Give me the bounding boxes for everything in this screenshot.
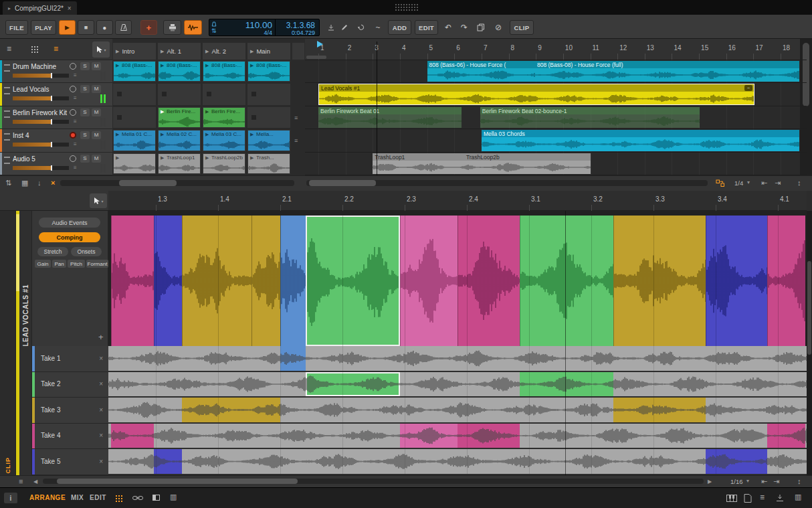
comp-segment[interactable] (111, 216, 154, 346)
piano-icon[interactable] (726, 495, 737, 502)
scroll-right-icon[interactable]: ▶ (708, 479, 712, 485)
solo-button[interactable]: S (80, 131, 90, 139)
scroll-left-icon[interactable]: ◀ (33, 479, 37, 485)
undo-button[interactable]: ↶ (441, 20, 455, 35)
time-value[interactable]: 0:04.729 (292, 29, 315, 36)
grid-dots-icon[interactable] (31, 46, 39, 53)
auto-scroll-icon[interactable]: ↓ (37, 179, 41, 187)
launcher-clip[interactable]: ▶TrashLoop2b (203, 154, 245, 173)
clip-slot[interactable]: ▶Mella 02 C... (157, 129, 201, 152)
onsets-button[interactable]: Onsets (71, 247, 102, 256)
mute-button[interactable]: M (92, 108, 101, 116)
solo-button[interactable]: S (80, 62, 90, 70)
take-lanes-icon[interactable]: ≡ (19, 477, 23, 485)
stop-button[interactable] (207, 92, 211, 96)
time-signature[interactable]: 4/4 (264, 29, 272, 36)
remove-take-button[interactable]: × (99, 432, 103, 439)
stretch-button[interactable]: Stretch (37, 247, 68, 256)
pitch-button[interactable]: Pitch (68, 260, 85, 268)
launcher-clip[interactable]: ▶Mella... (248, 131, 290, 151)
header-hscrollbar-handle[interactable] (119, 180, 177, 186)
scene-header[interactable]: ▶Alt. 1 (157, 42, 201, 60)
editor-zoom-label[interactable]: 1/16 (730, 478, 743, 485)
arranger-clip[interactable]: 808 (Bass-06) - House Force ( (427, 61, 535, 82)
pencil-tool-button[interactable] (338, 20, 350, 35)
panel-toggle-icon[interactable] (153, 495, 160, 501)
download-icon[interactable] (776, 494, 784, 502)
groove-button[interactable]: ~ (372, 20, 384, 35)
meter-bars-icon[interactable]: ▥ (795, 493, 801, 501)
mute-button[interactable]: M (92, 85, 101, 93)
snap-grid-icon[interactable]: ▦ (21, 179, 28, 187)
clip-slot[interactable]: ▶808 (Bass-... (247, 60, 291, 82)
arranger-clip[interactable]: TrashLoop1 (373, 153, 464, 174)
record-button[interactable]: ● (96, 20, 113, 35)
take-header[interactable]: Take 3× (32, 398, 108, 424)
volume-slider[interactable] (13, 143, 69, 147)
stop-button[interactable] (162, 92, 167, 96)
redo-button[interactable]: ↷ (458, 20, 471, 35)
track-header[interactable]: Inst 4SM≡ (0, 129, 112, 153)
record-arm-button[interactable] (70, 155, 76, 162)
launcher-clip[interactable]: ▶Berlin Fire... (159, 108, 200, 127)
volume-handle[interactable] (51, 73, 52, 78)
track-menu-icon[interactable]: ≡ (74, 95, 77, 102)
gain-button[interactable]: Gain (35, 260, 51, 268)
edit-button[interactable]: EDIT (415, 20, 438, 35)
loop-button[interactable] (353, 20, 369, 35)
launcher-clip[interactable]: ▶Mella 01 C... (114, 131, 155, 151)
volume-slider[interactable] (13, 166, 69, 170)
clip-slot[interactable]: ▶Mella... (247, 129, 291, 152)
launcher-clip[interactable]: ▶808 (Bass-... (114, 62, 155, 81)
launcher-clip[interactable]: ▶Mella 03 C... (203, 131, 245, 151)
record-arm-button[interactable] (70, 63, 76, 70)
launcher-clip[interactable]: ▶808 (Bass-... (203, 62, 245, 81)
clip-slot[interactable] (157, 83, 201, 106)
audio-events-button[interactable]: Audio Events (39, 218, 100, 228)
clip-slot[interactable]: ▶TrashLoop1 (157, 153, 201, 175)
launcher-clip[interactable]: ▶Mella 02 C... (159, 131, 200, 151)
add-button[interactable]: ADD (388, 20, 411, 35)
arranger-clip[interactable]: TrashLoop2b (464, 153, 591, 174)
clip-slot[interactable]: ▶808 (Bass-... (202, 60, 246, 82)
mute-button[interactable]: M (92, 155, 101, 163)
clip-button[interactable]: CLIP (510, 20, 534, 35)
take-lane[interactable] (108, 346, 807, 372)
clip-slot[interactable] (247, 83, 291, 106)
project-tab[interactable]: ▸ CompingGUI22* × (3, 1, 77, 15)
volume-handle[interactable] (51, 119, 52, 124)
clip-slot[interactable]: ▶808 (Bass-... (112, 60, 157, 82)
track-menu-icon[interactable]: ≡ (74, 165, 77, 171)
dub-button[interactable] (163, 20, 181, 35)
comp-segment[interactable] (767, 216, 805, 346)
arranger-clip[interactable]: Berlin Firework Beat 02-bounce-1 (480, 107, 700, 128)
clip-slot[interactable] (112, 106, 157, 129)
solo-button[interactable]: S (80, 108, 90, 116)
comp-segment[interactable] (400, 216, 458, 346)
zoom-fit-right-icon[interactable]: ⇥ (773, 477, 779, 486)
record-arm-button[interactable] (70, 132, 76, 139)
lanes-icon[interactable]: ≡ (54, 44, 58, 54)
timeline-hscrollbar-handle[interactable] (309, 180, 376, 186)
clip-slot[interactable] (202, 83, 246, 106)
add-take-button[interactable]: + (98, 332, 104, 342)
take-header[interactable]: Take 4× (32, 424, 108, 449)
clip-slot[interactable] (112, 83, 157, 106)
record-arm-button[interactable] (70, 109, 76, 116)
clip-slot[interactable]: ▶ (112, 153, 157, 175)
follow-playback-icon[interactable]: ⇅ (5, 179, 11, 187)
fade-icon[interactable]: ~ (744, 85, 752, 91)
dots-grid-icon[interactable] (115, 495, 123, 502)
remove-take-button[interactable]: × (99, 355, 103, 362)
editor-tool-button[interactable]: ▾ (90, 193, 107, 208)
launcher-clip[interactable]: ▶808 (Bass-... (159, 62, 200, 81)
ruler-mini-scrollbar[interactable] (306, 56, 326, 59)
take-lane[interactable] (108, 424, 807, 449)
zoom-vertical-icon[interactable]: ↕ (797, 179, 801, 187)
comp-segment[interactable] (706, 216, 767, 346)
take-header[interactable]: Take 2× (32, 372, 108, 398)
volume-handle[interactable] (51, 96, 52, 101)
take-lane[interactable] (108, 372, 807, 398)
timeline-hscrollbar[interactable] (306, 180, 708, 186)
stop-button[interactable] (251, 92, 256, 96)
